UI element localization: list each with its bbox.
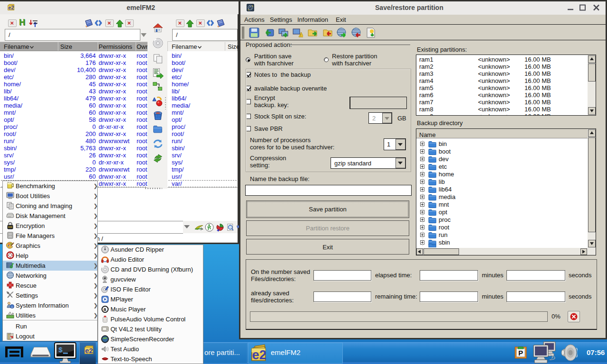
svg-text:P: P xyxy=(518,349,523,357)
svg-text:e2: e2 xyxy=(8,5,14,10)
svg-text:i: i xyxy=(11,305,12,309)
svg-text:e2: e2 xyxy=(252,347,267,362)
svg-text:!: ! xyxy=(300,33,301,37)
svg-text:e2: e2 xyxy=(85,347,93,355)
svg-text:$: $ xyxy=(58,346,63,355)
svg-text:a: a xyxy=(103,307,106,312)
